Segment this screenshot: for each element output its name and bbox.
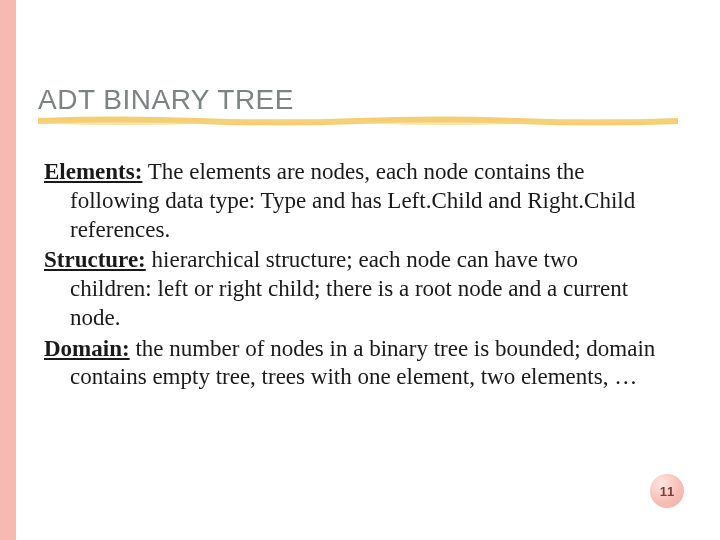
paragraph-elements: Elements: The elements are nodes, each n… — [44, 158, 664, 244]
paragraph-text: hierarchical structure; each node can ha… — [70, 247, 628, 330]
slide-title-region: ADT BINARY TREE — [38, 84, 678, 116]
paragraph-domain: Domain: the number of nodes in a binary … — [44, 335, 664, 393]
page-number-badge: 11 — [650, 474, 684, 508]
page-number: 11 — [660, 484, 674, 499]
title-underline-brush — [38, 116, 678, 122]
paragraph-lead: Structure: — [44, 247, 146, 272]
slide-title: ADT BINARY TREE — [38, 84, 678, 116]
paragraph-structure: Structure: hierarchical structure; each … — [44, 246, 664, 332]
slide-body: Elements: The elements are nodes, each n… — [44, 158, 664, 394]
paragraph-lead: Domain: — [44, 336, 130, 361]
sidebar-accent-stripe — [0, 0, 16, 540]
paragraph-text: the number of nodes in a binary tree is … — [70, 336, 655, 390]
paragraph-lead: Elements: — [44, 159, 142, 184]
paragraph-text: The elements are nodes, each node contai… — [70, 159, 635, 242]
